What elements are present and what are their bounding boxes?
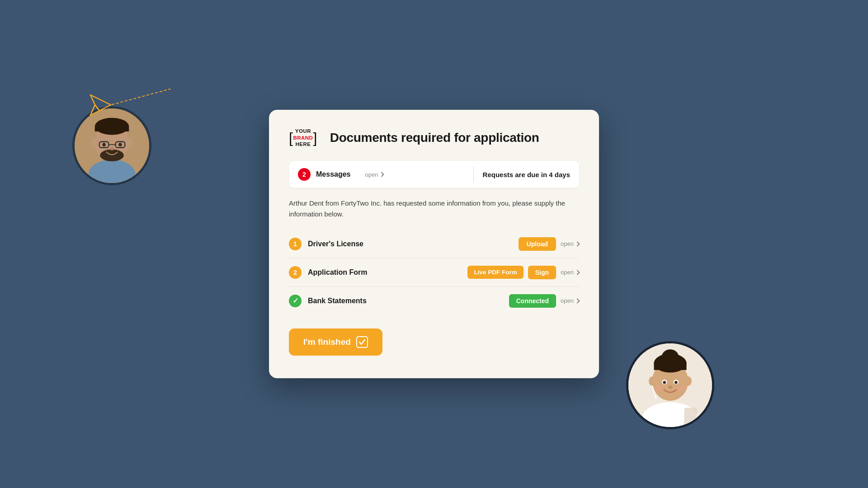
doc1-chevron-icon xyxy=(575,241,580,246)
avatar-woman xyxy=(626,341,714,429)
svg-point-31 xyxy=(677,385,687,391)
vertical-divider xyxy=(473,166,474,183)
svg-line-2 xyxy=(95,105,99,111)
live-pdf-form-button[interactable]: Live PDF Form xyxy=(467,266,523,279)
bracket-right: ] xyxy=(313,131,317,145)
svg-point-17 xyxy=(126,138,132,147)
svg-rect-8 xyxy=(95,127,129,131)
svg-point-12 xyxy=(102,143,106,146)
brand-text: YOUR BRAND HERE xyxy=(293,128,313,147)
brand-line2: BRAND xyxy=(293,135,313,141)
step-badge-2: 2 xyxy=(289,266,302,279)
brand-logo: [ YOUR BRAND HERE ] xyxy=(289,128,317,147)
message-count-badge: 2 xyxy=(298,168,311,181)
document-row-drivers-license: 1 Driver's License Upload open xyxy=(289,230,579,258)
main-card: [ YOUR BRAND HERE ] Documents required f… xyxy=(269,110,599,378)
doc-name-application-form: Application Form xyxy=(308,268,461,277)
messages-open-tag: open xyxy=(365,171,384,178)
document-row-bank-statements: ✓ Bank Statements Connected open xyxy=(289,287,579,315)
document-row-application-form: 2 Application Form Live PDF Form Sign op… xyxy=(289,258,579,287)
application-form-open-link[interactable]: open xyxy=(561,269,579,276)
finished-label: I'm finished xyxy=(303,337,351,347)
doc2-chevron-icon xyxy=(575,270,580,275)
drivers-license-open-link[interactable]: open xyxy=(561,240,579,247)
page-title: Documents required for application xyxy=(330,131,539,145)
svg-point-29 xyxy=(668,385,672,389)
checkmark-icon xyxy=(356,336,368,348)
svg-point-35 xyxy=(649,376,656,386)
svg-point-23 xyxy=(662,349,679,365)
card-header: [ YOUR BRAND HERE ] Documents required f… xyxy=(289,128,579,147)
upload-button[interactable]: Upload xyxy=(519,237,556,251)
step-badge-check: ✓ xyxy=(289,295,302,307)
connected-button[interactable]: Connected xyxy=(509,294,556,308)
svg-point-36 xyxy=(685,376,692,386)
svg-point-28 xyxy=(675,381,678,384)
svg-rect-34 xyxy=(684,408,697,427)
brand-line3: HERE xyxy=(295,141,311,147)
messages-chevron-icon xyxy=(379,172,384,177)
finished-button[interactable]: I'm finished xyxy=(289,328,382,356)
doc-name-drivers-license: Driver's License xyxy=(308,240,512,248)
messages-label: Messages xyxy=(316,170,351,178)
doc-name-bank-statements: Bank Statements xyxy=(308,297,503,305)
svg-point-16 xyxy=(91,138,98,147)
messages-bar[interactable]: 2 Messages open Requests are due in 4 da… xyxy=(289,161,579,188)
description-text: Arthur Dent from FortyTwo Inc. has reque… xyxy=(289,198,579,219)
doc-actions-2: Live PDF Form Sign open xyxy=(467,266,579,279)
doc-actions-3: Connected open xyxy=(509,294,579,308)
svg-point-27 xyxy=(663,381,666,384)
sign-button[interactable]: Sign xyxy=(528,266,556,279)
svg-point-14 xyxy=(100,150,124,161)
bracket-left: [ xyxy=(289,131,293,145)
doc3-chevron-icon xyxy=(575,298,580,303)
due-date-text: Requests are due in 4 days xyxy=(483,171,570,178)
svg-point-15 xyxy=(110,147,114,150)
svg-rect-24 xyxy=(654,363,686,370)
svg-point-13 xyxy=(118,143,122,146)
messages-left: 2 Messages open xyxy=(298,168,464,181)
doc-actions-1: Upload open xyxy=(519,237,579,251)
bank-statements-open-link[interactable]: open xyxy=(561,297,579,304)
brand-line1: YOUR xyxy=(295,128,311,134)
svg-point-30 xyxy=(653,385,664,391)
paper-plane-decoration xyxy=(88,93,113,119)
svg-marker-0 xyxy=(90,95,111,115)
step-badge-1: 1 xyxy=(289,238,302,250)
